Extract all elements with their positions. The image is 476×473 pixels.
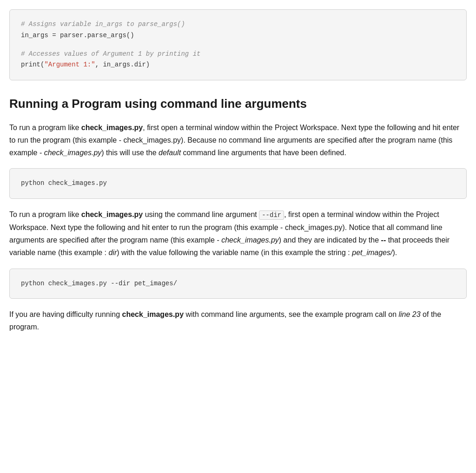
- paragraph-3: If you are having difficulty running che…: [9, 308, 467, 333]
- code-comment-1: # Assigns variable in_args to parse_args…: [21, 19, 455, 30]
- top-code-block: # Assigns variable in_args to parse_args…: [9, 9, 467, 80]
- paragraph-1: To run a program like check_images.py, f…: [9, 121, 467, 159]
- section-heading: Running a Program using command line arg…: [9, 94, 467, 114]
- page-container: # Assigns variable in_args to parse_args…: [0, 9, 476, 358]
- paragraph-2: To run a program like check_images.py us…: [9, 208, 467, 259]
- code-line-1: in_args = parser.parse_args(): [21, 30, 455, 41]
- code-line-2: print("Argument 1:", in_args.dir): [21, 59, 455, 71]
- code-block-1: python check_images.py: [9, 168, 467, 199]
- code-comment-2: # Accesses values of Argument 1 by print…: [21, 49, 455, 60]
- code-block-2: python check_images.py --dir pet_images/: [9, 269, 467, 299]
